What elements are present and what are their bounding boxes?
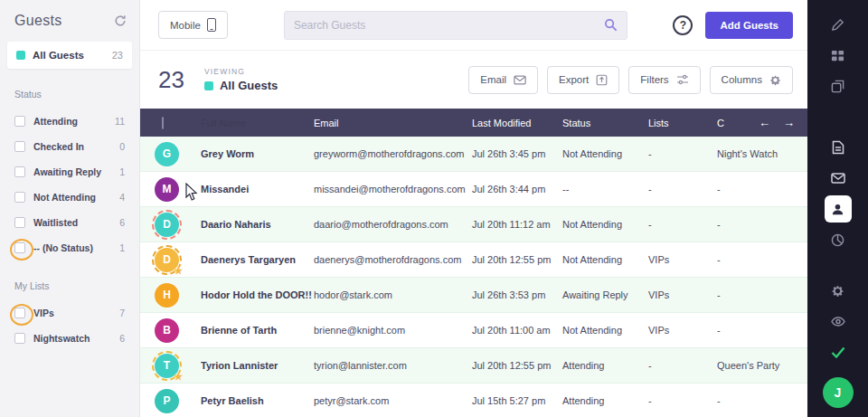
avatar-initial: H	[163, 289, 171, 301]
guest-lists: -	[648, 148, 717, 159]
column-header-status[interactable]: Status	[562, 118, 648, 128]
guest-status: Not Attending	[562, 219, 648, 230]
guest-email: hodor@stark.com	[314, 289, 472, 300]
scroll-columns-right-button[interactable]: →	[783, 116, 795, 129]
viewing-label: VIEWING	[204, 67, 278, 76]
guest-last-modified: Jul 26th 3:44 pm	[472, 184, 562, 194]
search-icon[interactable]	[604, 18, 618, 32]
sidebar-filter-item[interactable]: -- (No Status) 1	[0, 235, 139, 261]
filter-checkbox[interactable]	[14, 166, 25, 177]
guest-lists: -	[648, 184, 717, 194]
sidebar-item-all-guests[interactable]: All Guests 23	[7, 42, 132, 69]
column-header-last-modified[interactable]: Last Modified	[472, 118, 562, 128]
sidebar-filter-item[interactable]: Awaiting Reply 1	[0, 159, 139, 185]
export-button[interactable]: Export	[547, 66, 619, 94]
filter-count: 0	[119, 141, 125, 152]
all-guests-label: All Guests	[33, 50, 105, 61]
table-header: Full Name Email Last Modified Status Lis…	[140, 109, 807, 137]
guest-extra-column: Night's Watch	[717, 148, 807, 159]
pie-chart-icon[interactable]	[823, 226, 854, 253]
guest-status: --	[562, 184, 648, 194]
guest-avatar: P ★	[155, 389, 179, 413]
filter-label: -- (No Status)	[33, 242, 111, 253]
all-guests-count: 23	[112, 50, 123, 61]
left-sidebar: Guests All Guests 23 Status Attending 11…	[0, 0, 140, 417]
guest-avatar: H ★	[155, 283, 179, 308]
my-lists: VIPs 7 Nightswatch 6	[0, 300, 139, 351]
filter-label: Awaiting Reply	[33, 166, 111, 177]
filter-label: Attending	[33, 116, 107, 127]
guest-count: 23	[158, 66, 184, 94]
guest-status: Attending	[562, 395, 648, 406]
filter-count: 6	[119, 217, 125, 228]
table-row[interactable]: P ★ Petyr Baelish petyr@stark.com Jul 15…	[140, 384, 807, 417]
table-actions: Email Export Filters Columns	[468, 66, 793, 94]
filters-button[interactable]: Filters	[628, 66, 700, 94]
table-row[interactable]: M ★ Missandei missandei@motherofdragons.…	[140, 172, 807, 207]
view-toolbar: 23 VIEWING All Guests Email Export	[140, 51, 807, 109]
guest-extra-column: -	[717, 184, 807, 194]
avatar-initial: M	[163, 183, 172, 195]
guest-name: Hodor Hold the DOOR!!	[201, 289, 314, 300]
edit-icon[interactable]	[823, 11, 854, 38]
guest-name: Missandei	[201, 184, 314, 194]
guests-nav-icon[interactable]	[825, 195, 852, 223]
sidebar-filter-item[interactable]: Waitlisted 6	[0, 210, 139, 235]
table-row[interactable]: T ★ Tyrion Lannister tyrion@lannister.co…	[140, 348, 807, 384]
sidebar-filter-item[interactable]: Nightswatch 6	[0, 326, 139, 351]
table-row[interactable]: B ★ Brienne of Tarth brienne@knight.com …	[140, 313, 807, 348]
table-row[interactable]: D ★ Daario Naharis daario@motherofdragon…	[140, 207, 807, 242]
guest-name: Brienne of Tarth	[201, 325, 314, 336]
column-header-full-name[interactable]: Full Name	[201, 118, 314, 128]
columns-button[interactable]: Columns	[710, 66, 793, 94]
table-row[interactable]: G ★ Grey Worm greyworm@motherofdragons.c…	[140, 137, 807, 172]
scroll-columns-left-button[interactable]: ←	[759, 116, 770, 129]
help-label: ?	[680, 19, 686, 32]
guest-avatar: B ★	[155, 318, 179, 343]
column-header-extra[interactable]: C	[717, 118, 724, 128]
add-guests-button[interactable]: Add Guests	[705, 12, 793, 39]
dashboard-icon[interactable]	[823, 42, 854, 69]
email-button[interactable]: Email	[468, 66, 538, 94]
table-row[interactable]: H ★ Hodor Hold the DOOR!! hodor@stark.co…	[140, 278, 807, 313]
filter-checkbox[interactable]	[14, 217, 25, 228]
check-icon[interactable]	[823, 338, 854, 365]
document-icon[interactable]	[823, 134, 854, 161]
filter-checkbox[interactable]	[14, 141, 25, 152]
sidebar-filter-item[interactable]: VIPs 7	[0, 300, 139, 326]
filter-checkbox[interactable]	[14, 116, 25, 127]
guest-status: Attending	[562, 360, 648, 371]
mail-icon[interactable]	[823, 165, 854, 192]
mobile-preview-button[interactable]: Mobile	[158, 11, 228, 39]
guest-avatar: T ★	[155, 354, 179, 378]
sidebar-filter-item[interactable]: Attending 11	[0, 109, 139, 134]
phone-icon	[207, 18, 216, 32]
app-window: Guests All Guests 23 Status Attending 11…	[0, 0, 868, 417]
table-row[interactable]: D ★ Daenerys Targaryen daenerys@motherof…	[140, 242, 807, 278]
guest-extra-column: -	[717, 395, 807, 406]
select-all-checkbox[interactable]	[162, 117, 164, 129]
sidebar-filter-item[interactable]: Checked In 0	[0, 134, 139, 159]
help-button[interactable]: ?	[673, 15, 693, 35]
user-avatar[interactable]: J	[823, 377, 854, 408]
search-input[interactable]	[294, 19, 604, 32]
guest-last-modified: Jul 15th 5:27 pm	[472, 395, 562, 406]
guest-email: missandei@motherofdragons.com	[314, 184, 472, 194]
refresh-icon[interactable]	[114, 14, 127, 27]
guest-last-modified: Jul 26th 3:53 pm	[472, 289, 562, 300]
filter-checkbox[interactable]	[14, 192, 25, 203]
filter-checkbox[interactable]	[14, 242, 25, 253]
gallery-icon[interactable]	[823, 72, 854, 100]
guest-lists: -	[648, 219, 717, 230]
filter-checkbox[interactable]	[14, 308, 25, 318]
guest-status: Not Attending	[562, 148, 648, 159]
eye-icon[interactable]	[823, 308, 854, 335]
column-header-lists[interactable]: Lists	[648, 118, 717, 128]
column-header-email[interactable]: Email	[314, 118, 472, 128]
column-scroll-controls: ← →	[759, 116, 807, 129]
guest-name: Tyrion Lannister	[201, 360, 314, 371]
settings-gear-icon[interactable]	[823, 277, 854, 304]
sidebar-filter-item[interactable]: Not Attending 4	[0, 185, 139, 210]
filter-checkbox[interactable]	[14, 333, 25, 344]
avatar-initial: D	[163, 253, 171, 266]
